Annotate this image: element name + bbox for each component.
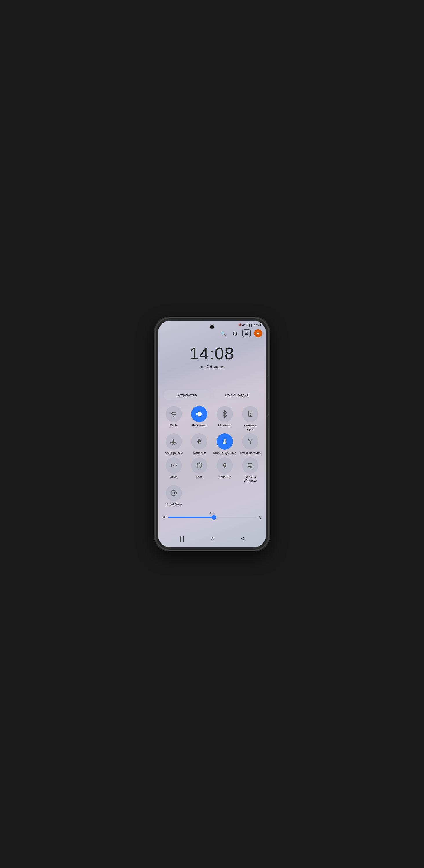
clock-date: пн, 26 июля (158, 364, 266, 370)
tile-mobiledata[interactable]: Мобил. данные (213, 433, 236, 455)
status-bar: 🔇 4G+ ▌▌▌ 73% ▮ (238, 323, 261, 327)
svg-rect-12 (199, 442, 200, 443)
mute-icon: 🔇 (238, 323, 242, 327)
smartview-icon (166, 485, 182, 501)
svg-rect-0 (198, 412, 201, 416)
tile-vibration[interactable]: Вибрация (188, 406, 211, 431)
svg-rect-15 (176, 465, 177, 466)
bluetooth-icon (217, 406, 233, 422)
quick-actions-bar: 🔍 ⏻ ⚙ H (219, 329, 262, 337)
power-menu-button[interactable]: ⏻ (231, 329, 239, 337)
recent-apps-button[interactable]: ||| (180, 535, 185, 542)
user-avatar[interactable]: H (254, 329, 262, 337)
location-icon (217, 458, 233, 474)
battery-level: 73% (253, 323, 259, 327)
tile-powersaving[interactable]: Реж. (188, 458, 211, 483)
flashlight-icon (191, 433, 207, 450)
tile-airplane-label: Авиа-режим (165, 451, 183, 455)
back-button[interactable]: < (241, 535, 245, 542)
clock-area: 14:08 пн, 26 июля (158, 344, 266, 370)
tile-portrait-label: Книжный экран (242, 424, 259, 431)
brightness-fill (168, 517, 214, 518)
tile-mobiledata-label: Мобил. данные (213, 451, 236, 455)
svg-rect-9 (198, 439, 200, 440)
tile-location-label: Локация (219, 475, 231, 479)
tile-powersaving-label: Реж. (196, 475, 202, 479)
page-dots (210, 513, 215, 514)
camera-notch (210, 324, 214, 329)
search-button[interactable]: 🔍 (219, 329, 227, 337)
svg-point-8 (250, 415, 251, 416)
signal-icon: ▌▌▌ (248, 324, 253, 327)
brightness-thumb[interactable] (212, 515, 216, 520)
tile-flashlight[interactable]: Фонарик (188, 433, 211, 455)
tab-devices[interactable]: Устройства (164, 390, 210, 400)
airplane-icon (166, 433, 182, 450)
svg-point-16 (197, 464, 202, 468)
tile-wifi[interactable]: Wi-Fi (162, 406, 186, 431)
brightness-icon: ☀ (162, 515, 166, 520)
powersaving-icon (191, 458, 207, 474)
phone-frame: 🔇 4G+ ▌▌▌ 73% ▮ 🔍 ⏻ ⚙ H 14:08 пн, 26 июл… (156, 318, 268, 550)
quick-tiles-grid: Wi-Fi Вибрация (162, 406, 262, 506)
tile-smartview[interactable]: Smart View (162, 485, 186, 506)
tile-airplane[interactable]: Авиа-режим (162, 433, 186, 455)
tile-location[interactable]: Локация (213, 458, 236, 483)
windows-link-icon (242, 458, 258, 474)
vibration-icon (191, 406, 207, 422)
tile-battery-label: ения (170, 475, 177, 479)
mobiledata-icon (217, 433, 233, 450)
battery-saver-icon (166, 458, 182, 474)
tile-battery-saver[interactable]: ения (162, 458, 186, 483)
tile-bluetooth-label: Bluetooth (218, 424, 231, 427)
volume-up-button[interactable] (268, 399, 268, 412)
svg-rect-19 (249, 467, 251, 467)
tabs-row: Устройства Мультимедиа (164, 390, 260, 400)
home-button[interactable]: ○ (210, 535, 214, 542)
hotspot-icon (242, 433, 258, 450)
tile-smartview-label: Smart View (166, 503, 182, 506)
volume-down-button[interactable] (268, 415, 268, 428)
tile-windows-label: Связь с Windows (242, 475, 259, 483)
svg-marker-10 (197, 440, 201, 441)
tile-hotspot[interactable]: Точка доступа (238, 433, 262, 455)
page-dot-1 (210, 513, 211, 514)
svg-line-5 (196, 413, 197, 413)
brightness-row: ☀ ∨ (162, 515, 262, 520)
tile-vibration-label: Вибрация (192, 424, 206, 427)
network-type: 4G+ (243, 324, 247, 327)
brightness-expand-icon[interactable]: ∨ (259, 515, 262, 520)
wifi-icon (166, 406, 182, 422)
svg-rect-7 (249, 412, 251, 412)
svg-rect-20 (250, 467, 251, 468)
phone-screen: 🔇 4G+ ▌▌▌ 73% ▮ 🔍 ⏻ ⚙ H 14:08 пн, 26 июл… (158, 320, 266, 548)
clock-time: 14:08 (158, 344, 266, 363)
tile-wifi-label: Wi-Fi (170, 424, 177, 427)
battery-icon: ▮ (259, 323, 261, 327)
tile-hotspot-label: Точка доступа (240, 451, 261, 455)
power-button[interactable] (268, 376, 268, 394)
tab-media[interactable]: Мультимедиа (214, 390, 260, 400)
settings-button[interactable]: ⚙ (243, 329, 251, 337)
brightness-slider[interactable] (168, 517, 256, 518)
portrait-icon (242, 406, 258, 422)
svg-point-17 (224, 464, 226, 465)
tile-windows[interactable]: Связь с Windows (238, 458, 262, 483)
tile-bluetooth[interactable]: Bluetooth (213, 406, 236, 431)
tile-portrait[interactable]: Книжный экран (238, 406, 262, 431)
svg-rect-2 (202, 413, 202, 415)
tile-flashlight-label: Фонарик (193, 451, 206, 455)
navigation-bar: ||| ○ < (158, 535, 266, 542)
page-dot-2 (213, 513, 215, 514)
svg-rect-14 (171, 464, 176, 467)
